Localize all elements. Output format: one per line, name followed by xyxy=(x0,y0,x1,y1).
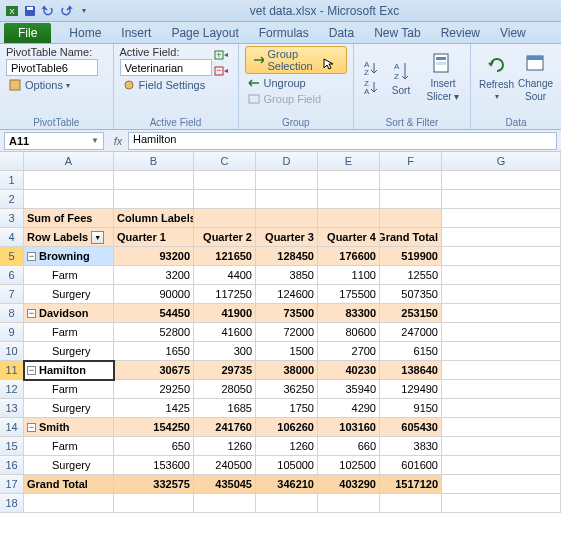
svg-text:−: − xyxy=(216,65,221,75)
name-box[interactable]: A11▼ xyxy=(4,132,104,150)
change-source-button[interactable]: ChangeSour xyxy=(516,46,555,108)
col-E[interactable]: E xyxy=(318,152,380,171)
svg-rect-21 xyxy=(527,56,543,60)
row-8[interactable]: 8 xyxy=(0,304,24,323)
refresh-button[interactable]: Refresh▾ xyxy=(477,46,516,108)
group-selection-button[interactable]: Group Selection xyxy=(245,46,347,74)
options-button[interactable]: Options▾ xyxy=(6,77,107,93)
row-10[interactable]: 10 xyxy=(0,342,24,361)
col-G[interactable]: G xyxy=(442,152,561,171)
ribbon-group-data: Refresh▾ ChangeSour Data xyxy=(471,44,561,129)
formula-input[interactable]: Hamilton xyxy=(128,132,557,150)
tab-newtab[interactable]: New Tab xyxy=(364,23,430,43)
ribbon-group-pivottable: PivotTable Name: Options▾ PivotTable xyxy=(0,44,114,129)
row-12[interactable]: 12 xyxy=(0,380,24,399)
sort-button[interactable]: AZSort xyxy=(380,57,422,98)
ungroup-icon xyxy=(247,77,261,89)
row-15[interactable]: 15 xyxy=(0,437,24,456)
row-3[interactable]: 3 xyxy=(0,209,24,228)
svg-point-5 xyxy=(125,81,133,89)
tab-view[interactable]: View xyxy=(490,23,536,43)
pivottable-name-input[interactable] xyxy=(6,59,98,76)
group-field-button: Group Field xyxy=(245,92,347,106)
tab-file[interactable]: File xyxy=(4,23,51,43)
svg-rect-10 xyxy=(249,95,259,103)
sort-icon: AZ xyxy=(389,59,413,83)
tab-data[interactable]: Data xyxy=(319,23,364,43)
collapse-icon[interactable]: − xyxy=(27,366,36,375)
row-13[interactable]: 13 xyxy=(0,399,24,418)
row-18[interactable]: 18 xyxy=(0,494,24,513)
sort-desc-icon[interactable]: ZA xyxy=(360,78,380,96)
activefield-input[interactable] xyxy=(120,59,212,76)
field-settings-button[interactable]: Field Settings xyxy=(120,77,212,93)
row-6[interactable]: 6 xyxy=(0,266,24,285)
save-icon[interactable] xyxy=(22,3,38,19)
row-14[interactable]: 14 xyxy=(0,418,24,437)
change-source-icon xyxy=(524,52,548,76)
col-A[interactable]: A xyxy=(24,152,114,171)
tab-pagelayout[interactable]: Page Layout xyxy=(161,23,248,43)
row-5[interactable]: 5 xyxy=(0,247,24,266)
ribbon-group-sortfilter: AZ ZA AZSort InsertSlicer ▾ Sort & Filte… xyxy=(354,44,471,129)
row-9[interactable]: 9 xyxy=(0,323,24,342)
group-label-sortfilter: Sort & Filter xyxy=(360,116,464,129)
cell-grandtotal[interactable]: Grand Total xyxy=(24,475,114,494)
svg-text:A: A xyxy=(394,62,400,71)
ungroup-button[interactable]: Ungroup xyxy=(245,76,347,90)
col-C[interactable]: C xyxy=(194,152,256,171)
rowlabels-filter-icon[interactable]: ▼ xyxy=(91,231,104,244)
collapse-field-icon[interactable]: − xyxy=(214,64,230,78)
cell-hamilton[interactable]: −Hamilton xyxy=(24,361,114,380)
select-all-corner[interactable] xyxy=(0,152,24,171)
row-16[interactable]: 16 xyxy=(0,456,24,475)
row-17[interactable]: 17 xyxy=(0,475,24,494)
row-7[interactable]: 7 xyxy=(0,285,24,304)
undo-icon[interactable] xyxy=(40,3,56,19)
cell-smith[interactable]: −Smith xyxy=(24,418,114,437)
svg-text:X: X xyxy=(9,7,15,16)
expand-field-icon[interactable]: + xyxy=(214,48,230,62)
cell-davidson[interactable]: −Davidson xyxy=(24,304,114,323)
svg-rect-19 xyxy=(436,62,446,65)
col-B[interactable]: B xyxy=(114,152,194,171)
redo-icon[interactable] xyxy=(58,3,74,19)
svg-text:Z: Z xyxy=(364,68,369,77)
insert-slicer-button[interactable]: InsertSlicer ▾ xyxy=(422,50,464,104)
collapse-icon[interactable]: − xyxy=(27,309,36,318)
svg-text:Z: Z xyxy=(394,72,399,81)
fx-icon[interactable]: fx xyxy=(108,135,128,147)
ribbon-tabs: File Home Insert Page Layout Formulas Da… xyxy=(0,22,561,44)
tab-home[interactable]: Home xyxy=(59,23,111,43)
field-settings-icon xyxy=(122,78,136,92)
cell-collabels[interactable]: Column Labels▼ xyxy=(114,209,194,228)
col-D[interactable]: D xyxy=(256,152,318,171)
svg-text:+: + xyxy=(216,50,221,60)
activefield-label: Active Field: xyxy=(120,46,212,58)
qat-dropdown-icon[interactable]: ▾ xyxy=(76,3,92,19)
row-11[interactable]: 11 xyxy=(0,361,24,380)
row-4[interactable]: 4 xyxy=(0,228,24,247)
svg-rect-18 xyxy=(436,57,446,60)
sort-asc-icon[interactable]: AZ xyxy=(360,59,380,77)
group-label-group: Group xyxy=(245,116,347,129)
cell-sumfees[interactable]: Sum of Fees xyxy=(24,209,114,228)
pivottable-name-label: PivotTable Name: xyxy=(6,46,107,58)
svg-rect-4 xyxy=(10,80,20,90)
row-2[interactable]: 2 xyxy=(0,190,24,209)
tab-insert[interactable]: Insert xyxy=(111,23,161,43)
col-F[interactable]: F xyxy=(380,152,442,171)
excel-icon: X xyxy=(4,3,20,19)
spreadsheet-grid[interactable]: A B C D E F G 1 2 3 Sum of Fees Column L… xyxy=(0,152,561,513)
svg-text:A: A xyxy=(364,87,370,96)
row-1[interactable]: 1 xyxy=(0,171,24,190)
collapse-icon[interactable]: − xyxy=(27,252,36,261)
group-label-activefield: Active Field xyxy=(120,116,232,129)
tab-formulas[interactable]: Formulas xyxy=(249,23,319,43)
namebox-dropdown-icon[interactable]: ▼ xyxy=(91,136,99,145)
formula-bar: A11▼ fx Hamilton xyxy=(0,130,561,152)
tab-review[interactable]: Review xyxy=(431,23,490,43)
cell-rowlabels[interactable]: Row Labels▼ xyxy=(24,228,114,247)
collapse-icon[interactable]: − xyxy=(27,423,36,432)
cell-browning[interactable]: −Browning xyxy=(24,247,114,266)
